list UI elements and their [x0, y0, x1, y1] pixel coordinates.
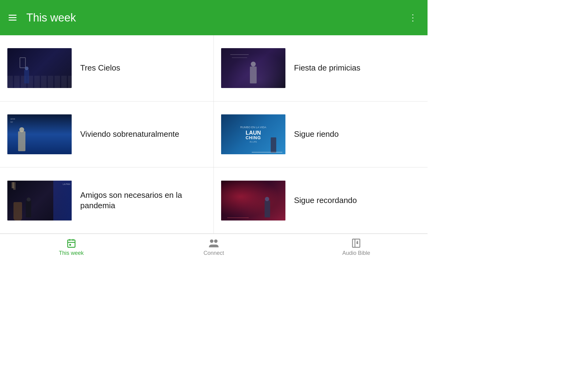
svg-point-5 [210, 240, 213, 243]
thumbnail [7, 48, 72, 88]
nav-label-connect: Connect [203, 250, 224, 256]
nav-item-this-week[interactable]: This week [56, 238, 87, 256]
page-title: This week [26, 11, 405, 24]
nav-label-this-week: This week [59, 250, 84, 256]
calendar-icon [66, 238, 76, 248]
thumbnail [221, 48, 285, 88]
book-icon [351, 238, 361, 248]
svg-point-6 [214, 240, 217, 243]
list-item[interactable]: ame isr Viviendo sobrenaturalmente [0, 102, 214, 168]
people-icon [208, 238, 219, 248]
nav-item-connect[interactable]: Connect [198, 238, 229, 256]
item-title: Tres Cielos [80, 63, 120, 73]
svg-rect-4 [69, 244, 71, 246]
item-title: Sigue riendo [294, 129, 339, 140]
thumbnail: RUMBO EN LA VIDA LAUN CHING IN LIFE [221, 114, 285, 154]
menu-button[interactable] [6, 12, 19, 23]
content-area: Tres Cielos Fiesta de primicias ame isr [0, 35, 428, 234]
svg-rect-0 [68, 240, 75, 247]
nav-item-audio-bible[interactable]: Audio Bible [341, 238, 371, 256]
list-item[interactable]: LA PAN Amigos son necesarios en la pande… [0, 167, 214, 234]
list-item[interactable]: Fiesta de primicias [214, 35, 428, 102]
item-title: Fiesta de primicias [294, 63, 360, 73]
item-title: Viviendo sobrenaturalmente [80, 129, 179, 140]
list-item[interactable]: Tres Cielos [0, 35, 214, 102]
list-item[interactable]: RUMBO EN LA VIDA LAUN CHING IN LIFE Sigu… [214, 102, 428, 168]
app-bar: This week ⋮ [0, 0, 428, 35]
nav-label-audio-bible: Audio Bible [342, 250, 370, 256]
thumbnail: ame isr [7, 114, 72, 154]
item-title: Sigue recordando [294, 195, 357, 206]
thumbnail: LA PAN [7, 181, 72, 220]
list-item[interactable]: Sigue recordando [214, 167, 428, 234]
more-options-button[interactable]: ⋮ [405, 10, 421, 25]
svg-rect-7 [352, 239, 360, 247]
bottom-nav: This week Connect Audio Bible [0, 234, 428, 264]
thumbnail [221, 181, 285, 220]
items-grid: Tres Cielos Fiesta de primicias ame isr [0, 35, 428, 234]
item-title: Amigos son necesarios en la pandemia [80, 190, 206, 211]
